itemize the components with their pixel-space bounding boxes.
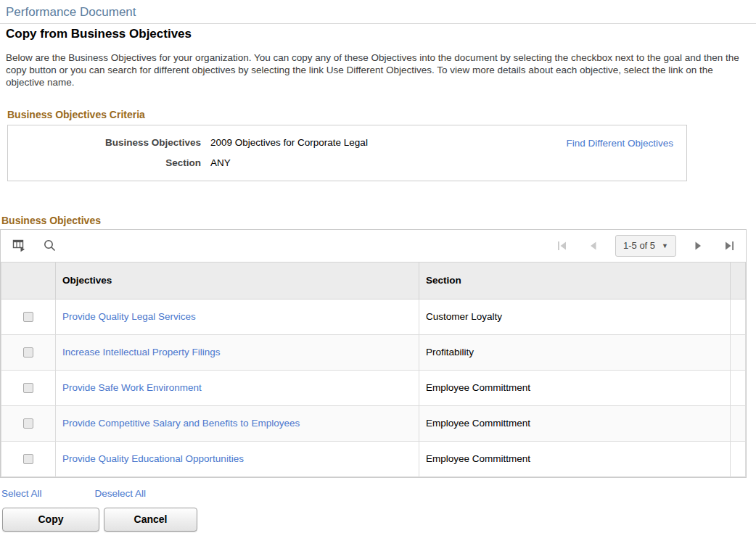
next-page-icon[interactable] [692, 239, 705, 252]
objective-link[interactable]: Provide Quality Educational Opportunitie… [62, 453, 244, 464]
criteria-heading: Business Objectives Criteria [7, 109, 756, 120]
copy-button[interactable]: Copy [2, 508, 99, 532]
action-buttons: Copy Cancel [2, 508, 756, 532]
section-field: Section ANY [20, 157, 673, 168]
row-checkbox[interactable] [23, 454, 33, 464]
objective-link[interactable]: Provide Competitive Salary and Benefits … [62, 418, 300, 429]
objective-link[interactable]: Increase Intellectual Property Filings [62, 347, 221, 358]
section-cell: Customer Loyalty [426, 311, 502, 322]
business-objectives-grid: 1-5 of 5 ▼ Objectives Section [0, 229, 747, 478]
table-row: Provide Safe Work Environment Employee C… [1, 370, 746, 405]
section-value: ANY [210, 157, 231, 168]
objective-link[interactable]: Provide Safe Work Environment [62, 382, 202, 393]
objective-link[interactable]: Provide Quality Legal Services [62, 311, 196, 322]
chevron-down-icon: ▼ [662, 242, 668, 249]
row-checkbox[interactable] [23, 383, 33, 393]
page-pretitle: Performance Document [6, 5, 756, 20]
section-cell: Employee Committment [426, 382, 530, 393]
table-header-row: Objectives Section [1, 262, 746, 299]
find-different-objectives-link[interactable]: Find Different Objectives [566, 138, 673, 149]
page-title: Copy from Business Objectives [6, 27, 756, 41]
business-objectives-link[interactable]: 2009 Objectives for Corporate Legal [210, 137, 368, 148]
table-row: Provide Quality Educational Opportunitie… [1, 441, 746, 476]
title-divider [0, 23, 756, 24]
last-page-icon[interactable] [723, 239, 736, 252]
row-checkbox[interactable] [23, 418, 33, 429]
objectives-table: Objectives Section Provide Quality Legal… [1, 262, 746, 477]
business-objectives-label: Business Objectives [20, 137, 201, 148]
grid-pagination: 1-5 of 5 ▼ [556, 235, 736, 257]
first-page-icon[interactable] [556, 239, 569, 252]
table-row: Increase Intellectual Property Filings P… [1, 334, 746, 370]
section-cell: Employee Committment [426, 453, 530, 464]
page-description: Below are the Business Objectives for yo… [6, 52, 743, 89]
grid-toolbar: 1-5 of 5 ▼ [1, 230, 746, 262]
grid-heading: Business Objectives [1, 215, 756, 226]
search-icon[interactable] [44, 239, 56, 252]
section-column-header: Section [419, 262, 731, 299]
previous-page-icon[interactable] [586, 239, 599, 252]
table-row: Provide Competitive Salary and Benefits … [1, 405, 746, 441]
row-checkbox[interactable] [23, 312, 33, 322]
table-row: Provide Quality Legal Services Customer … [1, 299, 746, 334]
section-cell: Profitability [426, 347, 474, 358]
criteria-box: Business Objectives 2009 Objectives for … [7, 125, 687, 181]
spacer-column-header [731, 262, 746, 299]
checkbox-column-header [1, 262, 56, 299]
grid-action-menu-icon[interactable] [12, 239, 26, 252]
section-label: Section [20, 157, 201, 168]
selection-links: Select All Deselect All [1, 488, 756, 499]
select-all-link[interactable]: Select All [1, 488, 42, 499]
section-cell: Employee Committment [426, 418, 530, 429]
deselect-all-link[interactable]: Deselect All [95, 488, 147, 499]
page-range-dropdown[interactable]: 1-5 of 5 ▼ [615, 235, 676, 257]
cancel-button[interactable]: Cancel [104, 508, 197, 532]
objectives-column-header: Objectives [56, 262, 419, 299]
row-checkbox[interactable] [23, 347, 33, 358]
page-range-label: 1-5 of 5 [623, 240, 655, 251]
